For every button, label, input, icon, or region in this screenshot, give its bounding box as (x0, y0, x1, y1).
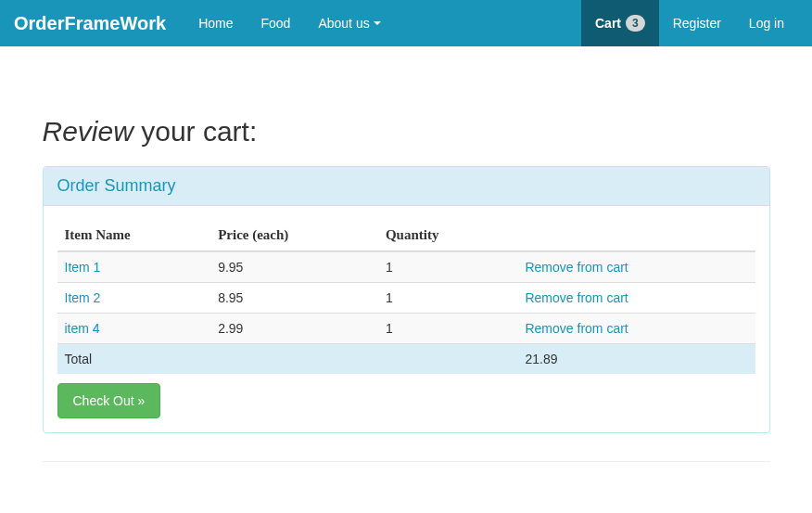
item-link[interactable]: item 4 (65, 321, 100, 336)
checkout-button[interactable]: Check Out » (57, 383, 161, 418)
table-row: Item 1 9.95 1 Remove from cart (57, 251, 755, 283)
remove-link[interactable]: Remove from cart (525, 260, 628, 275)
nav-register[interactable]: Register (659, 0, 735, 46)
order-summary-panel: Order Summary Item Name Price (each) Qua… (43, 166, 770, 433)
remove-link[interactable]: Remove from cart (525, 321, 628, 336)
chevron-down-icon (374, 21, 381, 25)
item-qty: 1 (378, 283, 518, 314)
panel-heading: Order Summary (44, 167, 769, 206)
item-qty: 1 (378, 314, 518, 344)
item-link[interactable]: Item 2 (65, 290, 101, 305)
nav-about-dropdown[interactable]: About us (304, 0, 394, 46)
cart-count-badge: 3 (626, 15, 645, 32)
nav-home[interactable]: Home (184, 0, 247, 46)
item-qty: 1 (378, 251, 518, 283)
th-price: Price (each) (210, 220, 378, 251)
navbar: OrderFrameWork Home Food About us Cart 3… (0, 0, 812, 46)
main-container: Review your cart: Order Summary Item Nam… (29, 116, 784, 462)
item-price: 2.99 (210, 314, 378, 344)
nav-food[interactable]: Food (247, 0, 305, 46)
table-row: Item 2 8.95 1 Remove from cart (57, 283, 755, 314)
th-action (517, 220, 755, 251)
item-link[interactable]: Item 1 (65, 260, 101, 275)
page-title: Review your cart: (43, 116, 770, 147)
total-value: 21.89 (517, 344, 755, 375)
item-price: 9.95 (210, 251, 378, 283)
page-title-rest: your cart: (133, 116, 257, 147)
th-item-name: Item Name (57, 220, 211, 251)
cart-table: Item Name Price (each) Quantity Item 1 9… (57, 220, 755, 374)
nav-cart[interactable]: Cart 3 (581, 0, 659, 46)
total-row: Total 21.89 (57, 344, 755, 375)
total-label: Total (57, 344, 211, 375)
th-quantity: Quantity (378, 220, 518, 251)
page-title-em: Review (43, 116, 133, 147)
nav-login[interactable]: Log in (735, 0, 798, 46)
remove-link[interactable]: Remove from cart (525, 290, 628, 305)
nav-about-label: About us (318, 14, 369, 32)
nav-cart-label: Cart (595, 14, 621, 32)
item-price: 8.95 (210, 283, 378, 314)
table-row: item 4 2.99 1 Remove from cart (57, 314, 755, 344)
footer-divider (43, 461, 770, 462)
brand-link[interactable]: OrderFrameWork (14, 13, 184, 34)
